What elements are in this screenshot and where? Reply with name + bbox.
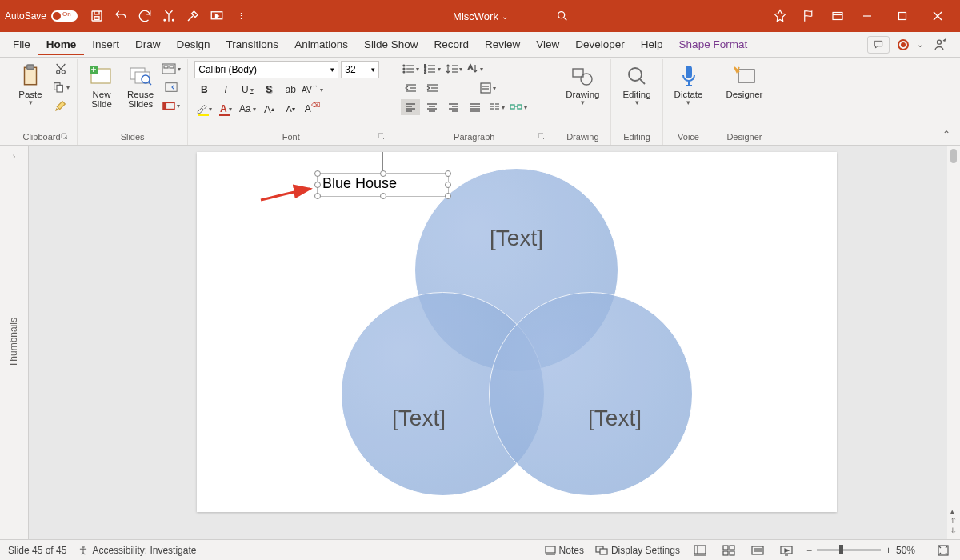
tab-shape-format[interactable]: Shape Format: [671, 34, 756, 55]
fit-to-window-button[interactable]: [934, 543, 952, 558]
resize-handle[interactable]: [445, 170, 451, 177]
close-button[interactable]: [920, 0, 955, 32]
vertical-scrollbar[interactable]: ▴ ⥣ ⥥: [947, 146, 960, 539]
dialog-launcher-icon[interactable]: [538, 133, 547, 142]
autosave-control[interactable]: AutoSave On: [5, 10, 79, 22]
zoom-slider-knob[interactable]: [839, 545, 843, 554]
designer-button[interactable]: Designer: [721, 61, 767, 102]
section-icon[interactable]: ▾: [162, 98, 181, 114]
notes-button[interactable]: Notes: [545, 545, 584, 556]
premium-icon[interactable]: [773, 9, 787, 23]
ribbon-display-icon[interactable]: [830, 9, 845, 23]
normal-view-button[interactable]: [691, 543, 709, 558]
thumbnails-panel[interactable]: › Thumbnails: [0, 146, 29, 539]
slide[interactable]: [Text] [Text] [Text] Blue House: [197, 152, 837, 512]
justify-button[interactable]: [466, 99, 485, 115]
tab-insert[interactable]: Insert: [84, 34, 127, 55]
venn-diagram[interactable]: [Text] [Text] [Text]: [317, 160, 717, 504]
share-icon[interactable]: [931, 37, 947, 53]
font-name-dropdown[interactable]: Calibri (Body)▾: [194, 61, 338, 78]
resize-handle[interactable]: [314, 193, 321, 199]
tab-review[interactable]: Review: [477, 34, 528, 55]
text-direction-button[interactable]: A▾: [466, 61, 485, 77]
scrollbar-thumb[interactable]: [950, 149, 957, 163]
tab-help[interactable]: Help: [633, 34, 671, 55]
reuse-slides-button[interactable]: Reuse Slides: [122, 61, 158, 112]
present-icon[interactable]: [209, 8, 225, 24]
tab-slideshow[interactable]: Slide Show: [356, 34, 426, 55]
prev-slide-double-icon[interactable]: ⥣: [950, 517, 957, 525]
eyedropper-icon[interactable]: [185, 8, 201, 24]
venn-circle-right[interactable]: [Text]: [489, 292, 693, 496]
bullets-button[interactable]: ▾: [401, 61, 420, 77]
tab-developer[interactable]: Developer: [567, 34, 633, 55]
next-slide-double-icon[interactable]: ⥥: [950, 526, 957, 534]
align-left-button[interactable]: [401, 99, 420, 115]
dictate-button[interactable]: Dictate ▾: [670, 61, 708, 110]
smartart-convert-button[interactable]: ▾: [509, 99, 528, 115]
undo-icon[interactable]: [113, 8, 129, 24]
dialog-launcher-icon[interactable]: [61, 133, 70, 142]
zoom-control[interactable]: − + 50%: [806, 545, 923, 556]
slide-counter[interactable]: Slide 45 of 45: [8, 545, 66, 556]
selected-textbox[interactable]: Blue House: [317, 173, 449, 197]
search-icon[interactable]: [556, 10, 569, 22]
chevron-right-icon[interactable]: ›: [13, 152, 15, 161]
zoom-value[interactable]: 50%: [896, 545, 923, 556]
strikethrough-button[interactable]: ab: [281, 82, 300, 98]
drawing-button[interactable]: Drawing ▾: [561, 61, 604, 110]
paste-button[interactable]: Paste ▾: [13, 61, 48, 110]
dialog-launcher-icon[interactable]: [378, 133, 387, 142]
recording-indicator-icon[interactable]: [898, 39, 909, 50]
line-spacing-button[interactable]: ▾: [444, 61, 463, 77]
resize-handle[interactable]: [314, 182, 321, 188]
reset-icon[interactable]: [162, 79, 181, 95]
resize-handle[interactable]: [445, 182, 451, 188]
numbering-button[interactable]: 123▾: [422, 61, 442, 77]
underline-button[interactable]: U▾: [238, 82, 257, 98]
zoom-slider-track[interactable]: [817, 549, 881, 551]
accessibility-status[interactable]: Accessibility: Investigate: [78, 545, 196, 556]
zoom-out-button[interactable]: −: [806, 545, 812, 556]
collapse-ribbon-icon[interactable]: ⌃: [942, 129, 950, 140]
character-spacing-button[interactable]: AV↔▾: [302, 82, 322, 98]
maximize-button[interactable]: [885, 0, 920, 32]
display-settings-button[interactable]: Display Settings: [595, 545, 680, 556]
bold-button[interactable]: B: [194, 82, 214, 98]
align-text-button[interactable]: ▾: [478, 80, 498, 96]
redo-icon[interactable]: [137, 8, 153, 24]
tab-home[interactable]: Home: [38, 34, 85, 55]
prev-slide-icon[interactable]: ▴: [950, 507, 957, 515]
shrink-font-button[interactable]: A▾: [281, 101, 300, 117]
resize-handle[interactable]: [314, 170, 321, 177]
qat-overflow-icon[interactable]: ⋮: [233, 8, 249, 24]
tab-animations[interactable]: Animations: [286, 34, 356, 55]
increase-indent-button[interactable]: [422, 80, 442, 96]
shadow-button[interactable]: S: [259, 82, 278, 98]
slide-canvas-area[interactable]: [Text] [Text] [Text] Blue House ▴ ⥣: [29, 146, 960, 539]
align-center-button[interactable]: [422, 99, 442, 115]
editing-button[interactable]: Editing ▾: [618, 61, 655, 110]
new-slide-button[interactable]: New Slide: [84, 61, 119, 112]
zoom-in-button[interactable]: +: [886, 545, 891, 556]
resize-handle[interactable]: [380, 193, 386, 199]
decrease-indent-button[interactable]: [401, 80, 420, 96]
autosave-toggle[interactable]: On: [51, 10, 78, 22]
copy-icon[interactable]: ▾: [51, 79, 70, 95]
cut-icon[interactable]: [51, 61, 70, 77]
highlight-button[interactable]: ▾: [194, 101, 214, 117]
layout-icon[interactable]: ▾: [162, 61, 181, 77]
font-color-button[interactable]: A▾: [216, 101, 235, 117]
coming-soon-icon[interactable]: [802, 9, 816, 23]
comments-button[interactable]: [867, 36, 890, 54]
minimize-button[interactable]: [850, 0, 885, 32]
reading-view-button[interactable]: [749, 543, 766, 558]
change-case-button[interactable]: Aa▾: [238, 101, 257, 117]
clear-formatting-button[interactable]: A⌫: [302, 101, 322, 117]
document-title[interactable]: MiscWork⌄: [453, 10, 508, 22]
tab-view[interactable]: View: [528, 34, 567, 55]
resize-handle[interactable]: [380, 170, 386, 177]
columns-button[interactable]: ▾: [487, 99, 506, 115]
grow-font-button[interactable]: A▴: [259, 101, 278, 117]
italic-button[interactable]: I: [216, 82, 235, 98]
